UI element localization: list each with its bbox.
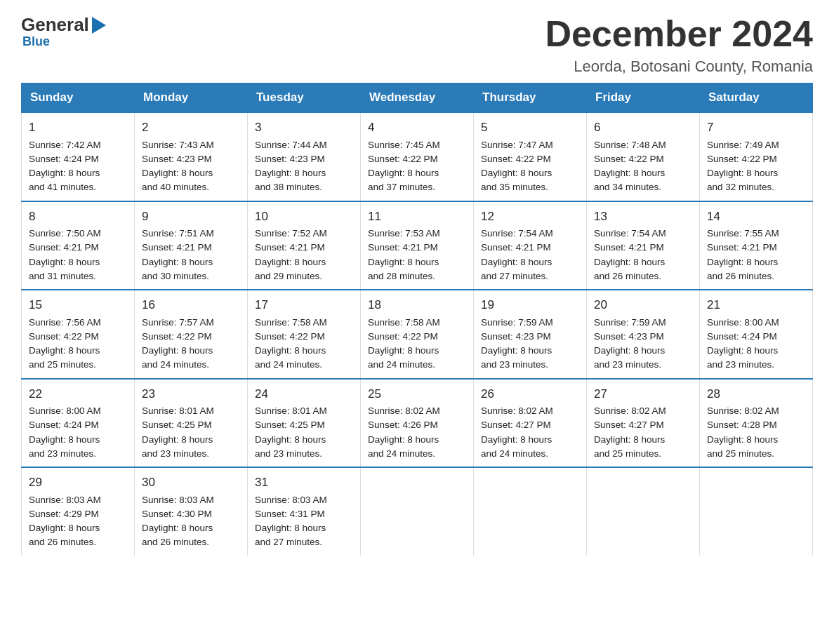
calendar-week-3: 15 Sunrise: 7:56 AM Sunset: 4:22 PM Dayl…: [22, 290, 813, 379]
calendar-cell: 5 Sunrise: 7:47 AM Sunset: 4:22 PM Dayli…: [474, 112, 587, 201]
sunset-text: Sunset: 4:24 PM: [29, 154, 99, 164]
daylight-text2: and 25 minutes.: [29, 359, 96, 370]
day-number: 24: [255, 385, 353, 403]
sunset-text: Sunset: 4:22 PM: [255, 331, 325, 342]
daylight-text2: and 23 minutes.: [594, 359, 661, 370]
daylight-text2: and 23 minutes.: [29, 448, 96, 459]
calendar-cell: 2 Sunrise: 7:43 AM Sunset: 4:23 PM Dayli…: [135, 112, 248, 201]
calendar-cell: 12 Sunrise: 7:54 AM Sunset: 4:21 PM Dayl…: [474, 201, 587, 290]
day-number: 21: [707, 296, 805, 314]
daylight-text: Daylight: 8 hours: [707, 345, 778, 356]
sunset-text: Sunset: 4:21 PM: [142, 242, 212, 253]
sunrise-text: Sunrise: 7:55 AM: [707, 228, 779, 239]
daylight-text: Daylight: 8 hours: [255, 523, 326, 533]
day-number: 31: [255, 474, 353, 492]
sunset-text: Sunset: 4:22 PM: [29, 331, 99, 342]
daylight-text2: and 24 minutes.: [368, 359, 435, 370]
day-number: 14: [707, 208, 805, 226]
sunrise-text: Sunrise: 8:02 AM: [707, 405, 779, 416]
sunrise-text: Sunrise: 7:47 AM: [481, 140, 553, 150]
sunrise-text: Sunrise: 7:59 AM: [594, 317, 666, 328]
day-number: 28: [707, 385, 805, 403]
daylight-text: Daylight: 8 hours: [707, 257, 778, 267]
day-number: 27: [594, 385, 692, 403]
daylight-text: Daylight: 8 hours: [255, 257, 326, 267]
day-number: 30: [142, 474, 240, 492]
daylight-text: Daylight: 8 hours: [29, 434, 100, 445]
daylight-text2: and 40 minutes.: [142, 182, 209, 192]
sunrise-text: Sunrise: 7:43 AM: [142, 140, 214, 150]
day-number: 15: [29, 296, 127, 314]
calendar-subtitle: Leorda, Botosani County, Romania: [545, 58, 813, 76]
sunrise-text: Sunrise: 7:53 AM: [368, 228, 440, 239]
daylight-text: Daylight: 8 hours: [142, 257, 213, 267]
sunrise-text: Sunrise: 7:42 AM: [29, 140, 101, 150]
header-day-thursday: Thursday: [474, 83, 587, 113]
calendar-cell: 27 Sunrise: 8:02 AM Sunset: 4:27 PM Dayl…: [587, 379, 700, 468]
calendar-table: SundayMondayTuesdayWednesdayThursdayFrid…: [21, 83, 813, 556]
daylight-text: Daylight: 8 hours: [29, 168, 100, 178]
calendar-cell: 14 Sunrise: 7:55 AM Sunset: 4:21 PM Dayl…: [700, 201, 813, 290]
calendar-cell: 7 Sunrise: 7:49 AM Sunset: 4:22 PM Dayli…: [700, 112, 813, 201]
sunrise-text: Sunrise: 8:01 AM: [142, 405, 214, 416]
day-number: 19: [481, 296, 579, 314]
sunrise-text: Sunrise: 8:00 AM: [29, 405, 101, 416]
daylight-text: Daylight: 8 hours: [368, 434, 439, 445]
day-number: 5: [481, 119, 579, 137]
logo-triangle-icon: [92, 17, 106, 34]
calendar-cell: 13 Sunrise: 7:54 AM Sunset: 4:21 PM Dayl…: [587, 201, 700, 290]
sunset-text: Sunset: 4:31 PM: [255, 509, 325, 519]
day-number: 10: [255, 208, 353, 226]
day-number: 13: [594, 208, 692, 226]
daylight-text2: and 31 minutes.: [29, 271, 96, 281]
daylight-text: Daylight: 8 hours: [255, 434, 326, 445]
sunset-text: Sunset: 4:22 PM: [481, 154, 551, 164]
day-number: 2: [142, 119, 240, 137]
daylight-text: Daylight: 8 hours: [368, 345, 439, 356]
header-day-saturday: Saturday: [700, 83, 813, 113]
daylight-text2: and 34 minutes.: [594, 182, 661, 192]
sunset-text: Sunset: 4:22 PM: [368, 331, 438, 342]
day-number: 9: [142, 208, 240, 226]
sunset-text: Sunset: 4:27 PM: [481, 420, 551, 430]
calendar-cell: 26 Sunrise: 8:02 AM Sunset: 4:27 PM Dayl…: [474, 379, 587, 468]
daylight-text2: and 26 minutes.: [707, 271, 774, 281]
calendar-cell: 8 Sunrise: 7:50 AM Sunset: 4:21 PM Dayli…: [22, 201, 135, 290]
sunrise-text: Sunrise: 8:00 AM: [707, 317, 779, 328]
calendar-week-5: 29 Sunrise: 8:03 AM Sunset: 4:29 PM Dayl…: [22, 467, 813, 556]
logo-text: General: [21, 14, 109, 36]
daylight-text2: and 26 minutes.: [29, 537, 96, 547]
daylight-text: Daylight: 8 hours: [481, 434, 552, 445]
daylight-text: Daylight: 8 hours: [481, 345, 552, 356]
sunset-text: Sunset: 4:23 PM: [142, 154, 212, 164]
daylight-text: Daylight: 8 hours: [594, 434, 665, 445]
sunrise-text: Sunrise: 7:44 AM: [255, 140, 327, 150]
sunset-text: Sunset: 4:22 PM: [368, 154, 438, 164]
calendar-week-1: 1 Sunrise: 7:42 AM Sunset: 4:24 PM Dayli…: [22, 112, 813, 201]
calendar-cell: 11 Sunrise: 7:53 AM Sunset: 4:21 PM Dayl…: [361, 201, 474, 290]
daylight-text2: and 24 minutes.: [255, 359, 322, 370]
daylight-text: Daylight: 8 hours: [594, 257, 665, 267]
title-section: December 2024 Leorda, Botosani County, R…: [545, 14, 813, 76]
calendar-cell: 17 Sunrise: 7:58 AM Sunset: 4:22 PM Dayl…: [248, 290, 361, 379]
daylight-text2: and 27 minutes.: [255, 537, 322, 547]
sunset-text: Sunset: 4:22 PM: [594, 154, 664, 164]
header-day-monday: Monday: [135, 83, 248, 113]
daylight-text: Daylight: 8 hours: [29, 523, 100, 533]
daylight-text2: and 35 minutes.: [481, 182, 548, 192]
day-number: 11: [368, 208, 466, 226]
calendar-cell: 20 Sunrise: 7:59 AM Sunset: 4:23 PM Dayl…: [587, 290, 700, 379]
day-number: 7: [707, 119, 805, 137]
daylight-text: Daylight: 8 hours: [368, 257, 439, 267]
day-number: 6: [594, 119, 692, 137]
calendar-cell: 23 Sunrise: 8:01 AM Sunset: 4:25 PM Dayl…: [135, 379, 248, 468]
daylight-text2: and 24 minutes.: [368, 448, 435, 459]
daylight-text2: and 29 minutes.: [255, 271, 322, 281]
sunrise-text: Sunrise: 8:03 AM: [142, 495, 214, 505]
daylight-text2: and 23 minutes.: [255, 448, 322, 459]
day-number: 1: [29, 119, 127, 137]
logo: General Blue: [21, 14, 109, 49]
day-number: 26: [481, 385, 579, 403]
calendar-cell: 4 Sunrise: 7:45 AM Sunset: 4:22 PM Dayli…: [361, 112, 474, 201]
sunrise-text: Sunrise: 8:02 AM: [481, 405, 553, 416]
